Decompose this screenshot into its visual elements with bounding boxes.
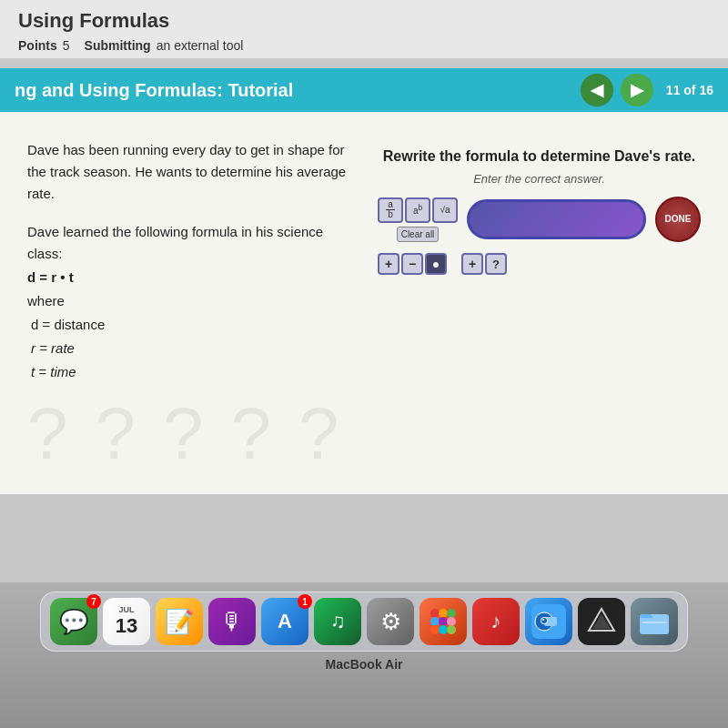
svg-point-15	[542, 619, 544, 621]
where-label: where	[27, 290, 350, 312]
dock-item-appstore[interactable]: A 1	[261, 598, 308, 645]
dock-item-notes[interactable]: 📝	[156, 598, 203, 645]
enter-answer-text: Enter the correct answer.	[378, 172, 701, 186]
right-panel: Rewrite the formula to determine Dave's …	[378, 139, 701, 476]
appstore-badge: 1	[298, 594, 312, 609]
expr-btn-row: a b ab √a	[378, 197, 458, 223]
help-button[interactable]: ?	[485, 253, 507, 275]
submitting-value: an external tool	[157, 38, 244, 53]
top-bar: Using Formulas Points 5 Submitting an ex…	[0, 0, 728, 59]
dock-area: 💬 7 JUL 13 📝 🎙 A 1 ♫ ⚙	[0, 582, 728, 728]
svg-point-0	[430, 609, 440, 618]
dot-button[interactable]: ●	[425, 253, 447, 275]
dock-item-finder[interactable]	[525, 598, 572, 645]
submitting-label: Submitting	[85, 38, 151, 53]
dock-bar: 💬 7 JUL 13 📝 🎙 A 1 ♫ ⚙	[40, 592, 688, 652]
left-panel: Dave has been running every day to get i…	[27, 139, 350, 476]
expr-btn-3[interactable]: √a	[432, 197, 458, 223]
svg-point-3	[430, 617, 440, 626]
dock-item-music[interactable]: ♪	[472, 598, 520, 645]
prev-button[interactable]: ◀	[581, 74, 613, 106]
answer-text-input[interactable]	[484, 211, 629, 228]
math-buttons-row: + − ● + ?	[378, 253, 701, 275]
points-label: Points	[18, 38, 57, 53]
svg-point-1	[439, 609, 448, 618]
minus-button[interactable]: −	[401, 253, 423, 275]
clear-all-button[interactable]: Clear all	[397, 227, 440, 242]
messages-badge: 7	[86, 594, 101, 609]
dock-item-messages[interactable]: 💬 7	[50, 598, 97, 645]
dock-item-settings[interactable]: ⚙	[367, 598, 414, 645]
dock-item-calendar[interactable]: JUL 13	[103, 598, 150, 645]
math-group-1: + − ●	[378, 253, 447, 275]
page-counter: 11 of 16	[666, 83, 713, 97]
svg-rect-20	[642, 622, 666, 623]
expr-buttons: a b ab √a Clear all	[378, 197, 458, 242]
plus2-button[interactable]: +	[461, 253, 483, 275]
dock-item-spotify[interactable]: ♫	[314, 598, 361, 645]
tutorial-title: ng and Using Formulas: Tutorial	[15, 80, 577, 101]
dock-item-podcasts[interactable]: 🎙	[208, 598, 256, 645]
macbook-label: MacBook Air	[325, 657, 402, 672]
done-button[interactable]: DONE	[655, 197, 701, 242]
right-title: Rewrite the formula to determine Dave's …	[378, 148, 701, 165]
svg-point-5	[447, 617, 456, 626]
math-group-2: + ?	[461, 253, 507, 275]
svg-point-2	[447, 609, 456, 618]
svg-point-8	[447, 625, 456, 634]
dock-item-folder[interactable]	[631, 598, 678, 645]
svg-point-14	[541, 618, 547, 623]
d-def: d = distance	[31, 314, 350, 336]
next-button[interactable]: ▶	[621, 74, 653, 106]
svg-point-6	[430, 625, 440, 634]
expr-btn-2[interactable]: ab	[405, 197, 430, 223]
answer-area: a b ab √a Clear all DONE	[378, 197, 701, 242]
intro-text: Dave has been running every day to get i…	[27, 139, 350, 205]
formula-section: Dave learned the following formula in hi…	[27, 221, 350, 383]
plus-button[interactable]: +	[378, 253, 399, 275]
formula-intro: Dave learned the following formula in hi…	[27, 221, 350, 265]
svg-point-4	[439, 617, 448, 626]
r-def: r = rate	[31, 338, 350, 359]
dock-item-unity[interactable]	[578, 598, 625, 645]
expr-btn-1[interactable]: a b	[378, 197, 403, 223]
answer-input-box	[467, 199, 646, 239]
main-content: ????? Dave has been running every day to…	[0, 112, 728, 494]
svg-point-7	[439, 625, 448, 634]
formula: d = r • t	[27, 267, 350, 288]
page-title: Using Formulas	[18, 9, 710, 33]
meta-row: Points 5 Submitting an external tool	[18, 38, 710, 53]
points-value: 5	[63, 38, 70, 53]
tutorial-header: ng and Using Formulas: Tutorial ◀ ▶ 11 o…	[0, 68, 728, 112]
dock-item-launchpad[interactable]	[420, 598, 467, 645]
t-def: t = time	[31, 361, 350, 383]
